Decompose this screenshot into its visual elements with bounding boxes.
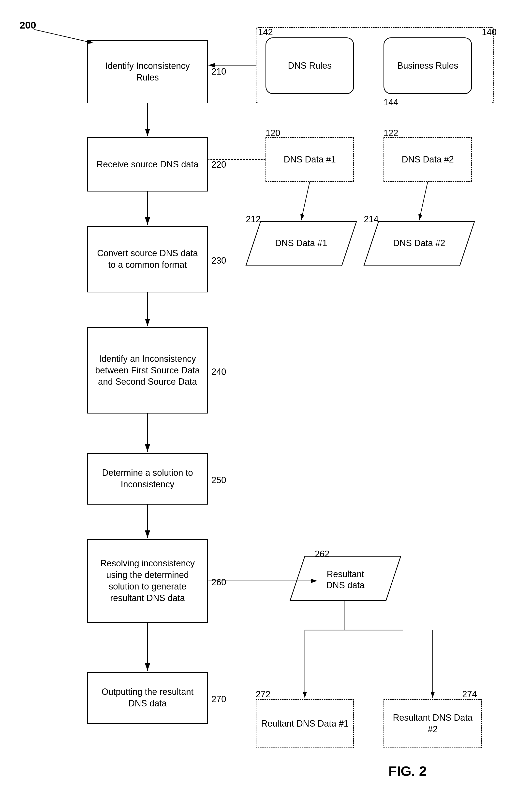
- resultant-dns-1-label: Reultant DNS Data #1: [261, 718, 348, 729]
- step-250-box: Determine a solution to Inconsistency: [87, 453, 208, 505]
- step-230-label: Convert source DNS data to a common form…: [93, 248, 202, 271]
- dns-source-2-label: DNS Data #2: [402, 154, 454, 165]
- resultant-dns-2-box: Resultant DNS Data #2: [383, 699, 482, 748]
- dns-source-1-label: DNS Data #1: [284, 154, 336, 165]
- step-210-box: Identify Inconsistency Rules: [87, 40, 208, 103]
- dns-source-1-id: 120: [266, 128, 280, 138]
- diagram-container: 200 Identify Inconsistency Rules 210 Rec…: [0, 0, 532, 796]
- step-240-box: Identify an Inconsistency between First …: [87, 327, 208, 414]
- step-260-box: Resolving inconsistency using the determ…: [87, 539, 208, 623]
- svg-text:DNS data: DNS data: [326, 580, 365, 590]
- step-210-label: Identify Inconsistency Rules: [93, 60, 202, 84]
- step-220-box: Receive source DNS data: [87, 137, 208, 192]
- dns-source-2-id: 122: [383, 128, 398, 138]
- step-250-num: 250: [211, 475, 226, 485]
- step-260-label: Resolving inconsistency using the determ…: [93, 558, 202, 604]
- group-140-label: 140: [482, 27, 497, 37]
- business-rules-box: Business Rules: [383, 37, 472, 94]
- step-230-num: 230: [211, 255, 226, 266]
- svg-line-16: [301, 182, 310, 220]
- resultant-dns-2-id: 274: [462, 689, 477, 700]
- step-220-num: 220: [211, 160, 226, 170]
- step-260-num: 260: [211, 577, 226, 587]
- svg-text:DNS Data #1: DNS Data #1: [275, 238, 327, 248]
- figure-label: FIG. 2: [388, 763, 427, 779]
- svg-line-8: [34, 30, 93, 43]
- dns-conv-2-id: 214: [364, 214, 379, 224]
- dns-conv-1-id: 212: [246, 214, 261, 224]
- group-144-label: 144: [383, 97, 398, 108]
- step-270-num: 270: [211, 694, 226, 704]
- dns-rules-label: DNS Rules: [288, 60, 331, 72]
- group-142-label: 142: [258, 27, 273, 37]
- diagram-number: 200: [20, 20, 36, 31]
- business-rules-label: Business Rules: [397, 60, 458, 72]
- resultant-dns-shape: Resultant DNS data: [290, 556, 401, 601]
- step-240-label: Identify an Inconsistency between First …: [93, 353, 202, 388]
- arrows-overlay: [0, 0, 532, 796]
- step-270-label: Outputting the resultant DNS data: [93, 686, 202, 709]
- resultant-dns-1-box: Reultant DNS Data #1: [256, 699, 354, 748]
- dns-conv-2-shape: DNS Data #2: [364, 221, 474, 266]
- step-240-num: 240: [211, 367, 226, 377]
- step-210-num: 210: [211, 67, 226, 77]
- dns-conv-1-shape: DNS Data #1: [246, 221, 357, 266]
- step-220-label: Receive source DNS data: [97, 159, 198, 170]
- dns-rules-box: DNS Rules: [266, 37, 354, 94]
- step-250-label: Determine a solution to Inconsistency: [93, 467, 202, 490]
- svg-text:Resultant: Resultant: [327, 569, 364, 579]
- svg-line-17: [419, 182, 428, 220]
- resultant-dns-id: 262: [315, 549, 329, 559]
- resultant-dns-1-id: 272: [256, 689, 270, 700]
- step-270-box: Outputting the resultant DNS data: [87, 672, 208, 724]
- dns-source-2-box: DNS Data #2: [383, 137, 472, 182]
- step-230-box: Convert source DNS data to a common form…: [87, 226, 208, 292]
- dns-source-1-box: DNS Data #1: [266, 137, 354, 182]
- resultant-dns-2-label: Resultant DNS Data #2: [388, 712, 477, 735]
- svg-text:DNS Data #2: DNS Data #2: [393, 238, 445, 248]
